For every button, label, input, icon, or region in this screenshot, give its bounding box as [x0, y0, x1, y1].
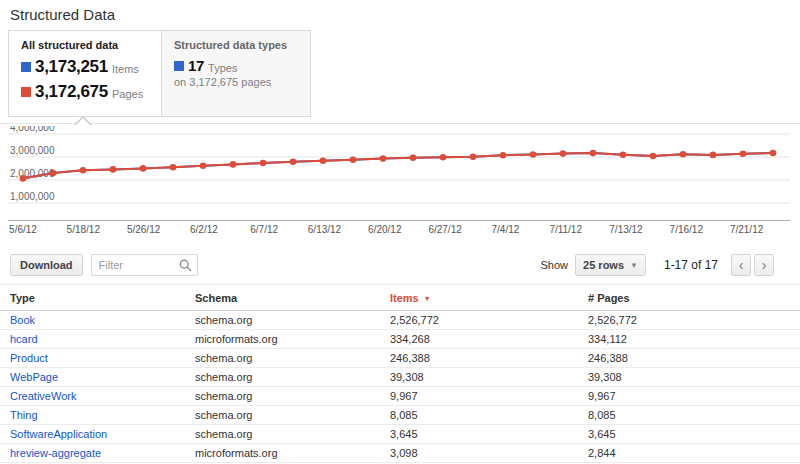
types-legend-swatch	[174, 61, 184, 71]
svg-text:3,000,000: 3,000,000	[10, 145, 55, 156]
types-count: 17	[188, 57, 204, 74]
svg-text:6/7/12: 6/7/12	[250, 224, 278, 235]
pages-count-label: Pages	[112, 88, 143, 100]
tab-all-structured-data[interactable]: All structured data 3,173,251 Items 3,17…	[9, 31, 161, 116]
svg-text:6/27/12: 6/27/12	[428, 224, 462, 235]
structured-data-table: TypeSchemaItems▼# Pages Bookschema.org2,…	[0, 285, 800, 464]
pages-cell: 334,112	[588, 330, 800, 349]
pages-cell: 246,388	[588, 349, 800, 368]
svg-text:5/26/12: 5/26/12	[127, 224, 161, 235]
structured-data-chart: 4,000,0003,000,0002,000,0001,000,0005/6/…	[0, 126, 800, 240]
chart-top-divider	[0, 123, 800, 124]
schema-cell: schema.org	[195, 425, 390, 444]
table-row: hreview-aggregatemicroformats.org3,0982,…	[0, 444, 800, 463]
schema-cell: schema.org	[195, 368, 390, 387]
search-icon[interactable]	[179, 259, 192, 272]
pages-cell: 2,844	[588, 444, 800, 463]
schema-cell: schema.org	[195, 406, 390, 425]
table-row: CreativeWorkschema.org9,9679,967	[0, 387, 800, 406]
pages-cell: 8,085	[588, 406, 800, 425]
svg-text:4,000,000: 4,000,000	[10, 126, 55, 133]
pages-count: 3,172,675	[35, 82, 108, 102]
type-link[interactable]: CreativeWork	[10, 390, 76, 402]
table-row: WebPageschema.org39,30839,308	[0, 368, 800, 387]
svg-text:6/20/12: 6/20/12	[368, 224, 402, 235]
download-button[interactable]: Download	[10, 254, 83, 276]
schema-cell: microformats.org	[195, 444, 390, 463]
items-cell: 334,268	[390, 330, 588, 349]
rows-per-page-value: 25 rows	[583, 259, 624, 271]
items-cell: 246,388	[390, 349, 588, 368]
type-link[interactable]: hreview-aggregate	[10, 447, 101, 459]
table-toolbar: Download Show 25 rows ▼ 1-17 of 17 ‹ ›	[0, 254, 800, 285]
svg-text:6/13/12: 6/13/12	[308, 224, 342, 235]
x-axis-labels: 5/6/125/18/125/26/126/2/126/7/126/13/126…	[9, 224, 764, 235]
types-count-label: Types	[208, 62, 237, 74]
svg-text:7/13/12: 7/13/12	[609, 224, 643, 235]
items-cell: 8,085	[390, 406, 588, 425]
items-count-label: Items	[112, 63, 139, 75]
type-link[interactable]: Thing	[10, 409, 38, 421]
next-page-button[interactable]: ›	[754, 254, 774, 276]
items-cell: 3,645	[390, 425, 588, 444]
table-row: Bookschema.org2,526,7722,526,772	[0, 311, 800, 330]
type-link[interactable]: hcard	[10, 333, 38, 345]
y-gridlines: 4,000,0003,000,0002,000,0001,000,000	[8, 126, 790, 203]
column-header-items[interactable]: Items▼	[390, 285, 588, 311]
rows-per-page-select[interactable]: 25 rows ▼	[575, 254, 646, 276]
pagination-range: 1-17 of 17	[664, 258, 718, 272]
pages-cell: 9,967	[588, 387, 800, 406]
pages-cell: 2,526,772	[588, 311, 800, 330]
items-count: 3,173,251	[35, 57, 108, 77]
svg-text:7/16/12: 7/16/12	[670, 224, 704, 235]
filter-box	[91, 254, 198, 276]
types-subtext: on 3,172,675 pages	[174, 76, 298, 88]
tab-all-title: All structured data	[21, 39, 149, 51]
pages-legend-swatch	[21, 87, 31, 97]
type-link[interactable]: WebPage	[10, 371, 58, 383]
page-title: Structured Data	[10, 6, 800, 23]
svg-text:7/4/12: 7/4/12	[491, 224, 519, 235]
column-header-schema[interactable]: Schema	[195, 285, 390, 311]
items-cell: 3,098	[390, 444, 588, 463]
svg-text:5/18/12: 5/18/12	[67, 224, 101, 235]
svg-text:1,000,000: 1,000,000	[10, 191, 55, 202]
line-chart: 4,000,0003,000,0002,000,0001,000,0005/6/…	[0, 126, 800, 244]
svg-text:7/11/12: 7/11/12	[549, 224, 582, 235]
prev-page-button[interactable]: ‹	[731, 254, 751, 276]
show-label: Show	[541, 259, 569, 271]
svg-text:7/21/12: 7/21/12	[730, 224, 764, 235]
column-header-type[interactable]: Type	[0, 285, 195, 311]
pages-cell: 39,308	[588, 368, 800, 387]
type-link[interactable]: SoftwareApplication	[10, 428, 107, 440]
schema-cell: microformats.org	[195, 330, 390, 349]
table-row: Productschema.org246,388246,388	[0, 349, 800, 368]
table-row: Thingschema.org8,0858,085	[0, 406, 800, 425]
table-row: SoftwareApplicationschema.org3,6453,645	[0, 425, 800, 444]
chevron-down-icon: ▼	[630, 261, 638, 270]
schema-cell: schema.org	[195, 349, 390, 368]
pages-cell: 3,645	[588, 425, 800, 444]
table-row: hcardmicroformats.org334,268334,112	[0, 330, 800, 349]
summary-tabs: All structured data 3,173,251 Items 3,17…	[8, 30, 311, 117]
column-header--pages[interactable]: # Pages	[588, 285, 800, 311]
tab-types-title: Structured data types	[174, 39, 298, 51]
sort-desc-icon: ▼	[424, 295, 431, 302]
svg-text:5/6/12: 5/6/12	[9, 224, 37, 235]
items-legend-swatch	[21, 62, 31, 72]
schema-cell: schema.org	[195, 387, 390, 406]
items-cell: 9,967	[390, 387, 588, 406]
items-cell: 39,308	[390, 368, 588, 387]
active-tab-caret	[74, 116, 92, 125]
type-link[interactable]: Book	[10, 314, 35, 326]
schema-cell: schema.org	[195, 311, 390, 330]
svg-text:6/2/12: 6/2/12	[190, 224, 218, 235]
tab-structured-data-types[interactable]: Structured data types 17 Types on 3,172,…	[161, 31, 310, 116]
items-cell: 2,526,772	[390, 311, 588, 330]
table-body: Bookschema.org2,526,7722,526,772hcardmic…	[0, 311, 800, 464]
type-link[interactable]: Product	[10, 352, 48, 364]
table-header-row: TypeSchemaItems▼# Pages	[0, 285, 800, 311]
